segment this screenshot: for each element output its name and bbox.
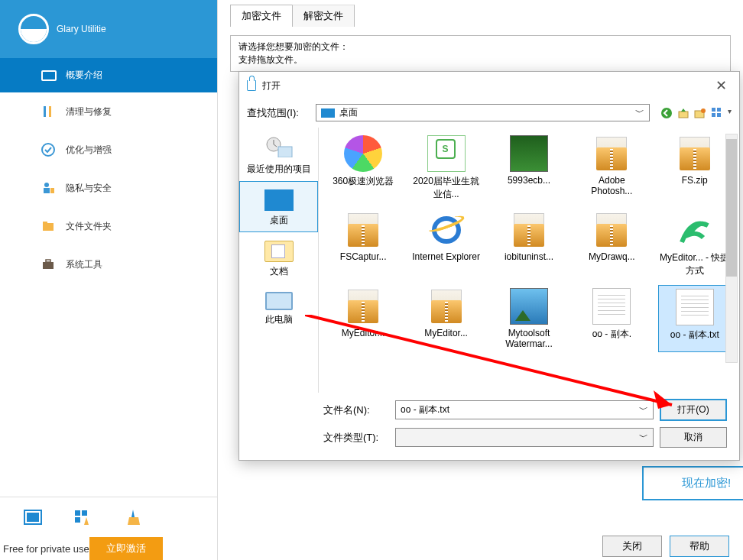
file-name: oo - 副本. xyxy=(592,328,631,341)
toolbox-icon xyxy=(41,257,55,271)
lock-icon xyxy=(247,80,256,91)
file-item[interactable]: MyDrawq... xyxy=(575,209,648,280)
logo-text: Glary Utilitie xyxy=(57,24,106,34)
lock-person-icon xyxy=(41,181,55,195)
nav-optimize-label: 优化与增强 xyxy=(66,144,112,157)
view-icon[interactable] xyxy=(711,107,723,119)
svg-rect-8 xyxy=(43,262,54,269)
svg-rect-11 xyxy=(27,513,39,522)
nav-files[interactable]: 文件文件夹 xyxy=(0,207,217,245)
nav-clean[interactable]: 清理与修复 xyxy=(0,92,217,131)
svg-rect-19 xyxy=(712,108,715,112)
filename-input[interactable]: oo - 副本.txt ﹀ xyxy=(395,400,654,419)
scrollbar[interactable] xyxy=(725,134,738,363)
broom-grid-icon[interactable] xyxy=(73,508,93,526)
encrypt-now-button[interactable]: 现在加密! xyxy=(642,466,743,500)
place-docs-label: 文档 xyxy=(243,265,314,278)
place-docs[interactable]: 文档 xyxy=(239,232,318,283)
file-name: Adobe Photosh... xyxy=(576,175,647,196)
svg-rect-5 xyxy=(50,188,54,193)
file-name: 5993ecb... xyxy=(508,175,550,186)
bottom-toolbar xyxy=(0,497,217,537)
file-item[interactable]: MyEditor... - 快捷方式 xyxy=(658,209,732,280)
file-item[interactable]: Internet Explorer xyxy=(410,209,483,280)
svg-rect-12 xyxy=(75,510,80,516)
filetype-select[interactable]: ﹀ xyxy=(395,428,654,447)
logo-icon xyxy=(18,14,49,44)
pc-icon xyxy=(265,292,293,310)
file-item[interactable]: FS.zip xyxy=(658,132,732,204)
chevron-down-icon: ﹀ xyxy=(635,106,644,119)
nav-privacy-label: 隐私与安全 xyxy=(66,182,112,195)
instruction-line1: 请选择您想要加密的文件： xyxy=(238,40,722,53)
place-desktop-label: 桌面 xyxy=(243,214,314,227)
file-name: 2020届毕业生就业信... xyxy=(411,175,482,201)
new-folder-icon[interactable] xyxy=(694,107,706,119)
close-icon[interactable]: ✕ xyxy=(711,77,732,94)
svg-point-18 xyxy=(701,108,706,113)
svg-rect-21 xyxy=(712,113,715,117)
activate-button[interactable]: 立即激活 xyxy=(89,537,163,560)
svg-point-2 xyxy=(42,144,54,156)
window-icon[interactable] xyxy=(23,508,43,526)
file-item[interactable]: oo - 副本.txt xyxy=(658,285,732,352)
filename-label: 文件名(N): xyxy=(323,403,389,417)
documents-icon xyxy=(264,241,294,262)
nav-files-label: 文件文件夹 xyxy=(66,220,112,233)
place-recent[interactable]: 最近使用的项目 xyxy=(239,128,318,181)
file-item[interactable]: FSCaptur... xyxy=(326,209,400,280)
svg-rect-14 xyxy=(82,510,87,516)
lookup-combo[interactable]: 桌面 ﹀ xyxy=(316,104,650,121)
nav-clean-label: 清理与修复 xyxy=(66,105,112,118)
nav-tools[interactable]: 系统工具 xyxy=(0,245,217,283)
up-icon[interactable] xyxy=(677,107,689,119)
file-item[interactable]: 5993ecb... xyxy=(492,132,566,204)
monitor-icon xyxy=(41,70,57,81)
place-desktop[interactable]: 桌面 xyxy=(239,181,318,232)
svg-rect-6 xyxy=(43,223,54,231)
file-name: 360极速浏览器 xyxy=(333,175,394,188)
back-icon[interactable] xyxy=(660,107,673,119)
instruction-line2: 支持拖放文件。 xyxy=(238,53,722,66)
file-item[interactable]: 360极速浏览器 xyxy=(326,132,400,204)
place-pc[interactable]: 此电脑 xyxy=(239,283,318,332)
dialog-title: 打开 xyxy=(262,79,281,92)
file-name: FS.zip xyxy=(682,175,708,186)
file-name: MyDrawq... xyxy=(589,251,635,262)
svg-rect-22 xyxy=(717,113,721,117)
file-name: oo - 副本.txt xyxy=(670,329,719,342)
file-item[interactable]: MyEditor... xyxy=(410,285,483,352)
file-item[interactable]: S2020届毕业生就业信... xyxy=(410,132,483,204)
svg-rect-4 xyxy=(44,188,50,193)
chevron-down-icon: ﹀ xyxy=(639,431,648,444)
help-button[interactable]: 帮助 xyxy=(670,536,729,557)
file-item[interactable]: MyEditor... xyxy=(326,285,400,352)
broom-icon[interactable] xyxy=(124,508,144,526)
close-button[interactable]: 关闭 xyxy=(602,536,662,557)
file-name: FSCaptur... xyxy=(340,251,387,262)
file-name: MyEditor... xyxy=(424,328,468,338)
check-icon xyxy=(41,143,55,157)
nav-tools-label: 系统工具 xyxy=(66,258,102,271)
place-recent-label: 最近使用的项目 xyxy=(243,163,314,176)
file-name: MyEditor... xyxy=(342,328,385,338)
chevron-down-icon: ﹀ xyxy=(639,403,648,416)
tab-decrypt[interactable]: 解密文件 xyxy=(292,5,355,27)
svg-point-3 xyxy=(44,183,49,187)
wrench-icon xyxy=(41,105,55,118)
view-dropdown-icon[interactable]: ▾ xyxy=(728,107,732,119)
cancel-button[interactable]: 取消 xyxy=(660,427,727,448)
nav-overview[interactable]: 概要介绍 xyxy=(0,58,217,92)
nav-privacy[interactable]: 隐私与安全 xyxy=(0,169,217,207)
desktop-mini-icon xyxy=(321,108,335,118)
file-item[interactable]: Mytoolsoft Watermar... xyxy=(492,285,566,352)
scrollbar-thumb[interactable] xyxy=(726,139,737,277)
file-item[interactable]: Adobe Photosh... xyxy=(575,132,648,204)
file-item[interactable]: iobituninst... xyxy=(492,209,566,280)
desktop-icon xyxy=(264,189,294,211)
tab-encrypt[interactable]: 加密文件 xyxy=(230,5,293,27)
nav-optimize[interactable]: 优化与增强 xyxy=(0,131,217,169)
license-text: Free for private use xyxy=(0,539,89,559)
open-button[interactable]: 打开(O) xyxy=(660,399,727,421)
file-item[interactable]: oo - 副本. xyxy=(575,285,648,352)
